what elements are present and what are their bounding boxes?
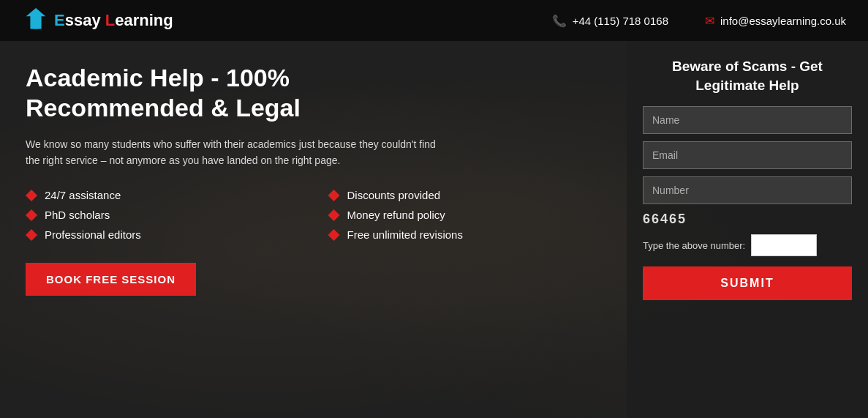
signup-form: Beware of Scams - Get Legitimate Help 66… [627,41,868,418]
feature-item-5: Professional editors [26,228,299,241]
submit-button[interactable]: SUBMIT [643,266,852,300]
logo-e: E [54,11,65,29]
email-icon: ✉ [705,14,714,28]
feature-item-3: PhD scholars [26,209,299,221]
main-content: Academic Help - 100% Recommended & Legal… [0,41,868,418]
hero-section: Academic Help - 100% Recommended & Legal… [0,41,627,418]
site-header: Essay Learning 📞 +44 (115) 718 0168 ✉ in… [0,0,868,41]
captcha-verify-row: Type the above number: [643,234,852,256]
bullet-icon-5 [26,229,37,241]
feature-label-3: PhD scholars [45,209,110,221]
bullet-icon-4 [328,209,340,221]
feature-item-4: Money refund policy [328,209,602,221]
feature-label-4: Money refund policy [347,209,445,221]
email-input[interactable] [643,141,852,169]
logo-earning: earning [115,11,173,29]
svg-rect-1 [33,22,39,29]
captcha-row: 66465 [643,212,852,227]
book-session-button[interactable]: BOOK FREE SESSION [26,263,196,296]
feature-label-1: 24/7 assistance [45,189,121,201]
logo[interactable]: Essay Learning [22,7,173,34]
bullet-icon-1 [26,190,37,201]
captcha-label: Type the above number: [643,240,745,251]
name-input[interactable] [643,106,852,134]
logo-ssay: ssay [65,11,105,29]
phone-contact[interactable]: 📞 +44 (115) 718 0168 [552,14,668,28]
email-address: info@essaylearning.co.uk [720,15,846,27]
feature-item-6: Free unlimited revisions [328,228,602,241]
main-heading: Academic Help - 100% Recommended & Legal [26,63,464,123]
feature-label-5: Professional editors [45,228,141,241]
header-contacts: 📞 +44 (115) 718 0168 ✉ info@essaylearnin… [552,14,846,28]
phone-icon: 📞 [552,14,567,28]
number-input[interactable] [643,176,852,204]
feature-item-1: 24/7 assistance [26,189,299,201]
bullet-icon-3 [26,209,37,221]
bullet-icon-6 [328,229,340,241]
form-title: Beware of Scams - Get Legitimate Help [643,57,852,94]
captcha-input[interactable] [751,234,817,256]
features-grid: 24/7 assistance Discounts provided PhD s… [26,189,601,241]
logo-text: Essay Learning [54,11,173,30]
svg-point-2 [33,10,39,15]
logo-icon [22,7,50,34]
captcha-number: 66465 [643,212,687,227]
bullet-icon-2 [328,190,340,201]
phone-number: +44 (115) 718 0168 [573,15,668,27]
feature-label-2: Discounts provided [347,189,441,201]
feature-label-6: Free unlimited revisions [347,228,463,241]
email-contact[interactable]: ✉ info@essaylearning.co.uk [705,14,846,28]
sub-text: We know so many students who suffer with… [26,136,450,169]
logo-l: L [105,11,115,29]
feature-item-2: Discounts provided [328,189,602,201]
